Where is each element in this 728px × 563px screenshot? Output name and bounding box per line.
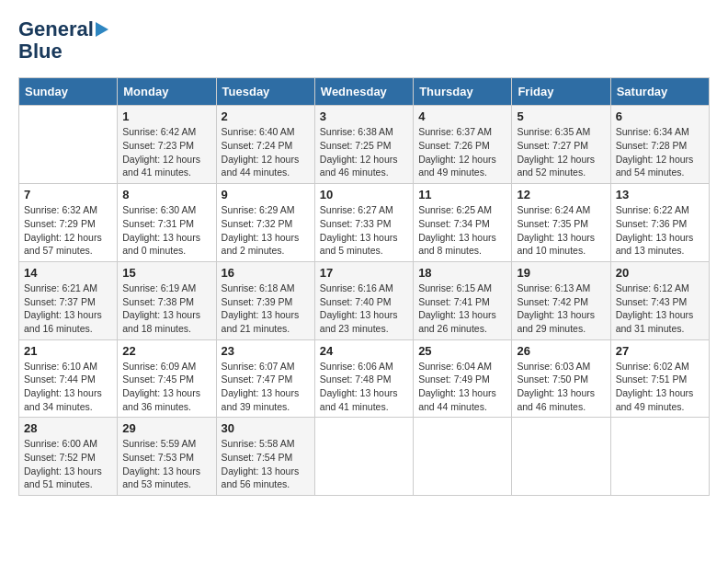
day-details: Sunrise: 6:15 AM Sunset: 7:41 PM Dayligh… [418,282,506,336]
day-header-sunday: Sunday [19,78,118,106]
day-details: Sunrise: 6:40 AM Sunset: 7:24 PM Dayligh… [222,125,310,179]
calendar-cell: 2 Sunrise: 6:40 AM Sunset: 7:24 PM Dayli… [216,106,314,184]
day-details: Sunrise: 6:30 AM Sunset: 7:31 PM Dayligh… [122,203,210,258]
day-number: 10 [320,188,408,201]
calendar-week-3: 14 Sunrise: 6:21 AM Sunset: 7:37 PM Dayl… [19,261,710,339]
day-number: 27 [616,344,704,358]
logo-arrow-icon [96,22,108,37]
day-number: 4 [418,109,506,123]
day-number: 8 [122,188,210,201]
calendar-cell [19,106,118,184]
calendar-cell [610,418,709,496]
day-number: 20 [616,266,704,280]
day-header-monday: Monday [118,78,216,106]
calendar-cell: 4 Sunrise: 6:37 AM Sunset: 7:26 PM Dayli… [414,106,512,184]
day-number: 29 [122,421,210,435]
day-number: 15 [122,266,210,280]
day-details: Sunrise: 6:18 AM Sunset: 7:39 PM Dayligh… [222,282,310,336]
day-details: Sunrise: 6:22 AM Sunset: 7:36 PM Dayligh… [616,203,704,258]
calendar-cell: 7 Sunrise: 6:32 AM Sunset: 7:29 PM Dayli… [19,184,118,262]
calendar-cell: 8 Sunrise: 6:30 AM Sunset: 7:31 PM Dayli… [118,184,216,262]
day-number: 7 [24,188,112,201]
day-details: Sunrise: 6:16 AM Sunset: 7:40 PM Dayligh… [320,282,408,336]
day-details: Sunrise: 6:12 AM Sunset: 7:43 PM Dayligh… [616,282,704,336]
calendar-cell: 10 Sunrise: 6:27 AM Sunset: 7:33 PM Dayl… [314,184,413,262]
calendar-cell: 28 Sunrise: 6:00 AM Sunset: 7:52 PM Dayl… [19,418,118,496]
calendar-cell [512,418,610,496]
day-details: Sunrise: 5:59 AM Sunset: 7:53 PM Dayligh… [122,437,210,491]
day-number: 26 [517,344,605,358]
calendar-cell: 20 Sunrise: 6:12 AM Sunset: 7:43 PM Dayl… [610,261,709,339]
calendar-cell: 30 Sunrise: 5:58 AM Sunset: 7:54 PM Dayl… [216,418,314,496]
day-details: Sunrise: 6:29 AM Sunset: 7:32 PM Dayligh… [222,203,310,258]
day-number: 23 [222,344,310,358]
day-header-thursday: Thursday [414,78,512,106]
day-details: Sunrise: 6:34 AM Sunset: 7:28 PM Dayligh… [616,125,704,179]
calendar-cell: 12 Sunrise: 6:24 AM Sunset: 7:35 PM Dayl… [512,184,610,262]
calendar-cell: 11 Sunrise: 6:25 AM Sunset: 7:34 PM Dayl… [414,184,512,262]
day-details: Sunrise: 6:24 AM Sunset: 7:35 PM Dayligh… [517,203,605,258]
calendar-cell: 17 Sunrise: 6:16 AM Sunset: 7:40 PM Dayl… [314,261,413,339]
day-number: 28 [24,421,112,435]
day-number: 9 [222,188,310,201]
calendar-week-2: 7 Sunrise: 6:32 AM Sunset: 7:29 PM Dayli… [19,184,710,262]
day-details: Sunrise: 6:06 AM Sunset: 7:48 PM Dayligh… [320,360,408,414]
calendar-cell: 25 Sunrise: 6:04 AM Sunset: 7:49 PM Dayl… [414,339,512,418]
day-details: Sunrise: 6:19 AM Sunset: 7:38 PM Dayligh… [122,282,210,336]
page-header: General Blue [18,18,710,63]
calendar-cell: 14 Sunrise: 6:21 AM Sunset: 7:37 PM Dayl… [19,261,118,339]
calendar-header-row: SundayMondayTuesdayWednesdayThursdayFrid… [19,78,710,106]
calendar-cell [314,418,413,496]
day-details: Sunrise: 6:42 AM Sunset: 7:23 PM Dayligh… [122,125,210,179]
calendar-cell: 18 Sunrise: 6:15 AM Sunset: 7:41 PM Dayl… [414,261,512,339]
day-number: 1 [122,109,210,123]
day-number: 18 [418,266,506,280]
day-details: Sunrise: 6:21 AM Sunset: 7:37 PM Dayligh… [24,282,112,336]
calendar-week-1: 1 Sunrise: 6:42 AM Sunset: 7:23 PM Dayli… [19,106,710,184]
logo-blue: Blue [18,40,63,63]
day-header-wednesday: Wednesday [314,78,413,106]
day-details: Sunrise: 6:10 AM Sunset: 7:44 PM Dayligh… [24,360,112,414]
day-number: 25 [418,344,506,358]
day-details: Sunrise: 6:07 AM Sunset: 7:47 PM Dayligh… [222,360,310,414]
calendar-week-5: 28 Sunrise: 6:00 AM Sunset: 7:52 PM Dayl… [19,418,710,496]
day-details: Sunrise: 6:25 AM Sunset: 7:34 PM Dayligh… [418,203,506,258]
calendar-cell: 23 Sunrise: 6:07 AM Sunset: 7:47 PM Dayl… [216,339,314,418]
day-header-friday: Friday [512,78,610,106]
day-number: 17 [320,266,408,280]
day-header-saturday: Saturday [610,78,709,106]
day-details: Sunrise: 6:09 AM Sunset: 7:45 PM Dayligh… [122,360,210,414]
day-details: Sunrise: 6:27 AM Sunset: 7:33 PM Dayligh… [320,203,408,258]
calendar-cell: 21 Sunrise: 6:10 AM Sunset: 7:44 PM Dayl… [19,339,118,418]
day-number: 3 [320,109,408,123]
day-details: Sunrise: 6:38 AM Sunset: 7:25 PM Dayligh… [320,125,408,179]
day-details: Sunrise: 6:03 AM Sunset: 7:50 PM Dayligh… [517,360,605,414]
calendar-cell: 24 Sunrise: 6:06 AM Sunset: 7:48 PM Dayl… [314,339,413,418]
calendar-cell: 5 Sunrise: 6:35 AM Sunset: 7:27 PM Dayli… [512,106,610,184]
day-details: Sunrise: 6:32 AM Sunset: 7:29 PM Dayligh… [24,203,112,258]
day-number: 13 [616,188,704,201]
day-details: Sunrise: 6:35 AM Sunset: 7:27 PM Dayligh… [517,125,605,179]
calendar-cell: 3 Sunrise: 6:38 AM Sunset: 7:25 PM Dayli… [314,106,413,184]
day-number: 2 [222,109,310,123]
day-number: 11 [418,188,506,201]
calendar-cell: 6 Sunrise: 6:34 AM Sunset: 7:28 PM Dayli… [610,106,709,184]
calendar-cell: 13 Sunrise: 6:22 AM Sunset: 7:36 PM Dayl… [610,184,709,262]
calendar-cell: 29 Sunrise: 5:59 AM Sunset: 7:53 PM Dayl… [118,418,216,496]
calendar-cell: 1 Sunrise: 6:42 AM Sunset: 7:23 PM Dayli… [118,106,216,184]
logo-general: General [18,18,94,40]
day-details: Sunrise: 6:02 AM Sunset: 7:51 PM Dayligh… [616,360,704,414]
day-number: 30 [222,421,310,435]
day-number: 6 [616,109,704,123]
calendar-cell: 27 Sunrise: 6:02 AM Sunset: 7:51 PM Dayl… [610,339,709,418]
day-details: Sunrise: 6:04 AM Sunset: 7:49 PM Dayligh… [418,360,506,414]
calendar-table: SundayMondayTuesdayWednesdayThursdayFrid… [18,77,710,496]
day-number: 14 [24,266,112,280]
calendar-week-4: 21 Sunrise: 6:10 AM Sunset: 7:44 PM Dayl… [19,339,710,418]
day-header-tuesday: Tuesday [216,78,314,106]
calendar-cell: 26 Sunrise: 6:03 AM Sunset: 7:50 PM Dayl… [512,339,610,418]
day-details: Sunrise: 5:58 AM Sunset: 7:54 PM Dayligh… [222,437,310,491]
day-number: 21 [24,344,112,358]
calendar-cell: 16 Sunrise: 6:18 AM Sunset: 7:39 PM Dayl… [216,261,314,339]
day-details: Sunrise: 6:13 AM Sunset: 7:42 PM Dayligh… [517,282,605,336]
